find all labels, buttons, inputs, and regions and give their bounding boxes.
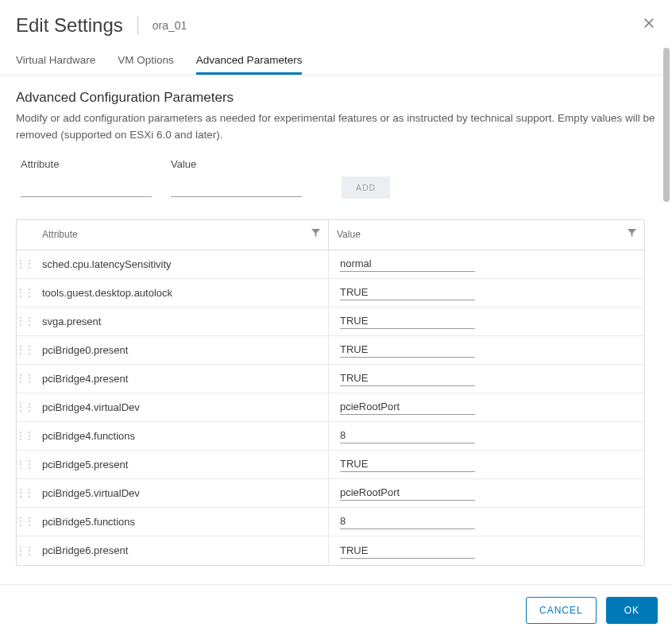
close-icon[interactable] bbox=[642, 16, 656, 33]
drag-handle-icon[interactable] bbox=[17, 545, 33, 556]
cell-value bbox=[328, 422, 644, 450]
cell-attribute: pciBridge5.virtualDev bbox=[33, 487, 328, 499]
table-row: tools.guest.desktop.autolock bbox=[17, 279, 644, 308]
cell-value bbox=[328, 279, 644, 307]
cell-attribute: tools.guest.desktop.autolock bbox=[33, 287, 328, 299]
value-input[interactable] bbox=[340, 543, 475, 559]
table-row: sched.cpu.latencySensitivity bbox=[17, 250, 644, 279]
value-input[interactable] bbox=[340, 256, 475, 272]
table-row: pciBridge4.functions bbox=[17, 422, 644, 451]
cell-value bbox=[328, 479, 644, 507]
cell-value bbox=[328, 451, 644, 478]
tab-vm-options[interactable]: VM Options bbox=[118, 54, 174, 75]
table-row: pciBridge4.present bbox=[17, 365, 644, 393]
cell-attribute: pciBridge4.functions bbox=[33, 430, 328, 442]
table-row: pciBridge6.present bbox=[17, 536, 644, 565]
drag-handle-icon[interactable] bbox=[17, 401, 33, 412]
filter-icon[interactable] bbox=[628, 229, 636, 240]
cell-value bbox=[328, 365, 644, 393]
cell-attribute: sched.cpu.latencySensitivity bbox=[33, 258, 328, 270]
cell-attribute: pciBridge0.present bbox=[33, 344, 328, 356]
cell-attribute: pciBridge4.present bbox=[33, 373, 328, 385]
column-header-value: Value bbox=[337, 229, 361, 240]
table-row: svga.present bbox=[17, 308, 644, 336]
ok-button[interactable]: OK bbox=[606, 597, 658, 624]
drag-handle-icon[interactable] bbox=[17, 258, 33, 269]
cell-attribute: pciBridge6.present bbox=[33, 544, 328, 556]
dialog-subtitle: ora_01 bbox=[153, 19, 187, 32]
cell-attribute: pciBridge5.functions bbox=[33, 516, 328, 528]
value-input[interactable] bbox=[340, 285, 475, 300]
value-input[interactable] bbox=[340, 485, 475, 501]
add-attribute-input[interactable] bbox=[21, 181, 152, 197]
cell-attribute: pciBridge4.virtualDev bbox=[33, 401, 328, 413]
section-title: Advanced Configuration Parameters bbox=[16, 90, 656, 106]
table-row: pciBridge0.present bbox=[17, 336, 644, 365]
cancel-button[interactable]: CANCEL bbox=[526, 597, 597, 624]
cell-value bbox=[328, 308, 644, 335]
drag-handle-icon[interactable] bbox=[17, 430, 33, 441]
drag-handle-icon[interactable] bbox=[17, 516, 33, 527]
add-button[interactable]: ADD bbox=[342, 176, 390, 199]
drag-handle-icon[interactable] bbox=[17, 373, 33, 384]
value-input[interactable] bbox=[340, 370, 475, 386]
table-row: pciBridge5.present bbox=[17, 451, 644, 479]
drag-handle-icon[interactable] bbox=[17, 344, 33, 355]
dialog-title: Edit Settings bbox=[16, 14, 123, 37]
value-input[interactable] bbox=[340, 428, 475, 443]
tab-virtual-hardware[interactable]: Virtual Hardware bbox=[16, 54, 95, 75]
drag-handle-icon[interactable] bbox=[17, 287, 33, 298]
cell-value bbox=[328, 250, 644, 278]
drag-handle-icon[interactable] bbox=[17, 459, 33, 470]
filter-icon[interactable] bbox=[311, 229, 320, 240]
drag-handle-icon[interactable] bbox=[17, 487, 33, 498]
value-input[interactable] bbox=[340, 456, 475, 472]
table-row: pciBridge5.functions bbox=[17, 508, 644, 536]
scrollbar-thumb[interactable] bbox=[663, 48, 670, 202]
tab-bar: Virtual HardwareVM OptionsAdvanced Param… bbox=[0, 37, 672, 76]
drag-handle-icon[interactable] bbox=[17, 316, 33, 327]
section-description: Modify or add configuration parameters a… bbox=[16, 110, 656, 144]
cell-value bbox=[328, 336, 644, 364]
value-input[interactable] bbox=[340, 313, 475, 329]
cell-value bbox=[328, 508, 644, 536]
tab-advanced-parameters[interactable]: Advanced Parameters bbox=[196, 54, 303, 75]
parameters-table: Attribute Value sched.cpu.latencySensiti… bbox=[16, 219, 645, 566]
cell-value bbox=[328, 393, 644, 421]
cell-attribute: pciBridge5.present bbox=[33, 459, 328, 470]
value-input[interactable] bbox=[340, 513, 475, 529]
add-value-input[interactable] bbox=[171, 181, 302, 197]
column-header-attribute: Attribute bbox=[42, 229, 78, 240]
cell-value bbox=[328, 536, 644, 565]
value-input[interactable] bbox=[340, 399, 475, 415]
add-attribute-label: Attribute bbox=[21, 158, 152, 170]
add-value-label: Value bbox=[171, 158, 302, 170]
header-divider bbox=[137, 17, 138, 34]
cell-attribute: svga.present bbox=[33, 316, 328, 327]
scrollbar-track[interactable] bbox=[661, 46, 672, 577]
table-row: pciBridge5.virtualDev bbox=[17, 479, 644, 508]
table-row: pciBridge4.virtualDev bbox=[17, 393, 644, 422]
value-input[interactable] bbox=[340, 342, 475, 358]
